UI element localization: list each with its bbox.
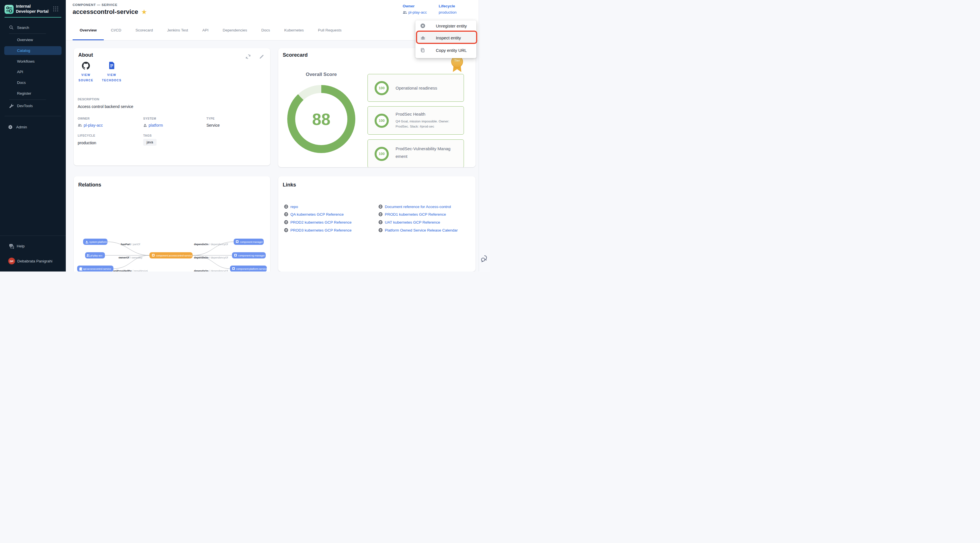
menu-item-unregister-entity[interactable]: Unregister entity bbox=[415, 21, 476, 31]
tag-chip[interactable]: java bbox=[143, 139, 156, 146]
svg-text:ownerOf/ ownedBy: ownerOf/ ownedBy bbox=[119, 256, 142, 259]
link-uat-kubernetes[interactable]: UAT kubernetes GCP Reference bbox=[379, 219, 440, 225]
sidebar-item-overview[interactable]: Overview bbox=[0, 36, 66, 44]
sidebar: Internal Developer Portal Search Overvie… bbox=[0, 0, 66, 272]
link-qa-kubernetes[interactable]: QA kubernetes GCP Reference bbox=[284, 211, 344, 218]
system-field-link[interactable]: platform bbox=[143, 123, 163, 127]
sidebar-item-docs[interactable]: Docs bbox=[0, 78, 66, 86]
favorite-star-icon[interactable]: ★ bbox=[142, 8, 146, 15]
owner-meta: Owner pl-play-acc bbox=[402, 4, 427, 14]
tab-docs[interactable]: Docs bbox=[254, 20, 277, 40]
card-title: Links bbox=[283, 182, 296, 188]
score-ring: 100 bbox=[375, 81, 389, 95]
graph-node-system-platform[interactable]: system:platform bbox=[83, 239, 107, 245]
relations-graph: hasPart/ partOf ownerOf/ ownedBy apiProv… bbox=[74, 176, 270, 272]
tab-jenkins-test[interactable]: Jenkins Test bbox=[160, 20, 195, 40]
score-item-prodsec-health[interactable]: 100 ProdSec Health Q4 Goal, mission impo… bbox=[368, 106, 464, 135]
view-source-link[interactable]: VIEWSOURCE bbox=[76, 62, 96, 83]
svg-text:hasPart/ partOf: hasPart/ partOf bbox=[121, 243, 140, 246]
owner-field-link[interactable]: pl-play-acc bbox=[78, 123, 103, 127]
sidebar-item-devtools[interactable]: DevTools bbox=[0, 102, 66, 110]
sidebar-item-catalog[interactable]: Catalog bbox=[4, 46, 62, 55]
menu-item-inspect-entity[interactable]: Inspect entity bbox=[415, 32, 476, 43]
owner-link[interactable]: pl-play-acc bbox=[402, 10, 427, 14]
graph-node-component-ng-manager[interactable]: component:ng-manager bbox=[232, 252, 266, 259]
sidebar-item-label: API bbox=[17, 70, 23, 74]
edit-pencil-icon[interactable] bbox=[258, 53, 265, 60]
tab-dependencies[interactable]: Dependencies bbox=[215, 20, 254, 40]
tab-api[interactable]: API bbox=[195, 20, 215, 40]
tab-cicd[interactable]: CI/CD bbox=[104, 20, 129, 40]
relations-card: Relations hasPart/ partOf ownerOf/ owned… bbox=[74, 176, 270, 272]
group-icon bbox=[78, 124, 82, 127]
entity-name: accesscontrol-service bbox=[73, 8, 138, 16]
link-repo[interactable]: repo bbox=[284, 203, 298, 210]
lifecycle-label: Lifecycle bbox=[439, 4, 457, 8]
score-subtitle: Q4 Goal, mission impossible. Owner: Prod… bbox=[396, 119, 460, 129]
edge-label: ownerOf bbox=[119, 256, 130, 259]
sidebar-search-label: Search bbox=[17, 25, 29, 30]
sidebar-accent-divider bbox=[5, 17, 61, 17]
edge-label: dependsOn bbox=[194, 243, 208, 246]
globe-icon bbox=[379, 220, 383, 224]
edge-label: dependsOn bbox=[194, 256, 208, 259]
graph-node-component-platform-service[interactable]: component:platform-service bbox=[230, 265, 267, 272]
sidebar-divider bbox=[5, 116, 61, 116]
graph-node-pl-play-acc[interactable]: pl-play-acc bbox=[85, 252, 105, 259]
user-name: Debabrata Panigrahi bbox=[17, 259, 52, 263]
page-title: accesscontrol-service ★ bbox=[73, 8, 146, 16]
score-item-operational-readiness[interactable]: 100 Operational readiness bbox=[368, 74, 464, 102]
menu-item-copy-entity-url[interactable]: Copy entity URL bbox=[415, 45, 476, 56]
owner-field-label: OWNER bbox=[78, 117, 90, 120]
svg-text:system:platform: system:platform bbox=[89, 241, 107, 243]
feedback-chat-icon[interactable] bbox=[480, 254, 488, 262]
sidebar-user[interactable]: Debabrata Panigrahi bbox=[0, 257, 66, 265]
svg-text:dependsOn/ dependencyOf: dependsOn/ dependencyOf bbox=[194, 243, 228, 246]
svg-text:apiProvidedBy/ providesApi: apiProvidedBy/ providesApi bbox=[113, 270, 148, 272]
sidebar-search[interactable]: Search bbox=[0, 24, 66, 32]
sidebar-item-register[interactable]: Register bbox=[0, 89, 66, 97]
globe-icon bbox=[284, 220, 288, 224]
link-prod3-kubernetes[interactable]: PROD3 kubernetes GCP Reference bbox=[284, 227, 352, 233]
link-release-calendar[interactable]: Platform Owned Service Release Calendar bbox=[379, 227, 458, 233]
graph-node-component-accesscontrol-service[interactable]: component:accesscontrol-service bbox=[150, 252, 192, 259]
owner-label: Owner bbox=[402, 4, 427, 8]
svg-text:?: ? bbox=[10, 244, 12, 246]
graph-node-component-manager[interactable]: component:manager bbox=[234, 239, 264, 245]
view-techdocs-link[interactable]: VIEWTECHDOCS bbox=[98, 62, 125, 83]
scorecard-card: Scorecard Overall Score 88 100 Operation… bbox=[278, 48, 476, 167]
wrench-icon bbox=[8, 103, 14, 108]
gear-icon bbox=[7, 124, 13, 130]
tab-scorecard[interactable]: Scorecard bbox=[129, 20, 160, 40]
app-logo[interactable] bbox=[5, 5, 14, 14]
right-gutter bbox=[479, 0, 490, 272]
sidebar-item-label: Workflows bbox=[17, 59, 35, 64]
tab-kubernetes[interactable]: Kubernetes bbox=[277, 20, 311, 40]
sidebar-item-help[interactable]: ? Help bbox=[0, 242, 66, 250]
svg-text:component:platform-service: component:platform-service bbox=[236, 268, 267, 270]
tags-field-label: TAGS bbox=[143, 134, 152, 137]
link-document-reference[interactable]: Document reference for Access-control bbox=[379, 203, 451, 210]
sidebar-item-label: Overview bbox=[17, 38, 33, 42]
sidebar-item-label: Admin bbox=[16, 125, 27, 129]
sidebar-item-label: Catalog bbox=[17, 48, 30, 53]
sidebar-divider bbox=[0, 235, 66, 236]
link-prod2-kubernetes[interactable]: PROD2 kubernetes GCP Reference bbox=[284, 219, 352, 225]
owner-value: pl-play-acc bbox=[408, 10, 427, 14]
refresh-icon[interactable] bbox=[245, 53, 251, 60]
svg-text:component:manager: component:manager bbox=[240, 241, 263, 243]
apps-grid-icon[interactable] bbox=[53, 6, 59, 12]
sidebar-item-workflows[interactable]: Workflows bbox=[0, 57, 66, 65]
sidebar-item-admin[interactable]: Admin bbox=[0, 123, 66, 131]
edge-label: dependsOn bbox=[194, 270, 208, 272]
sliders-icon bbox=[5, 5, 14, 14]
lifecycle-meta: Lifecycle production bbox=[439, 4, 457, 14]
link-prod1-kubernetes[interactable]: PROD1 kubernetes GCP Reference bbox=[379, 211, 446, 218]
sidebar-item-api[interactable]: API bbox=[0, 68, 66, 76]
graph-node-api-accesscontrol-service[interactable]: api:accesscontrol-service bbox=[77, 265, 113, 272]
tab-overview[interactable]: Overview bbox=[73, 20, 104, 40]
svg-text:dependsOn/ dependencyOf: dependsOn/ dependencyOf bbox=[194, 256, 228, 259]
bug-icon bbox=[420, 35, 425, 40]
tab-pull-requests[interactable]: Pull Requests bbox=[311, 20, 348, 40]
score-item-prodsec-vulnerability[interactable]: 100 ProdSec-Vulnerability Manag ement bbox=[368, 140, 464, 167]
